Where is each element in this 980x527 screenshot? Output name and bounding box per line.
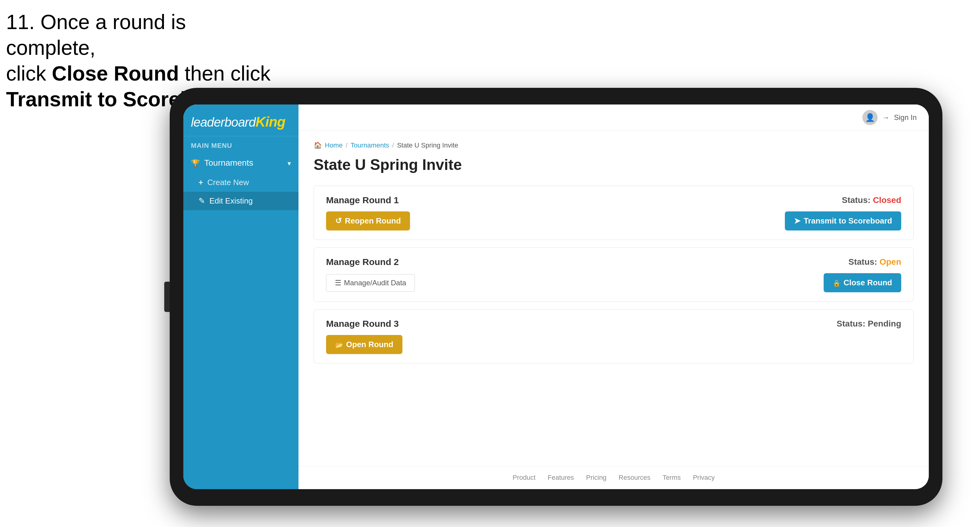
nav-item-tournaments[interactable]: Tournaments xyxy=(183,152,299,173)
round-1-card: Manage Round 1 Status: Closed Reopen Rou… xyxy=(313,186,914,240)
page-title: State U Spring Invite xyxy=(313,156,914,173)
user-avatar-icon: 👤 xyxy=(862,110,878,125)
logo-leaderboard: leaderboard xyxy=(191,115,255,129)
reopen-icon xyxy=(335,216,342,225)
round-2-status-value: Open xyxy=(880,257,901,267)
logo-king: King xyxy=(255,114,285,130)
open-round-button[interactable]: Open Round xyxy=(326,335,402,354)
edit-icon xyxy=(199,196,205,206)
round-1-actions: Reopen Round Transmit to Scoreboard xyxy=(326,211,901,230)
sidebar: leaderboardKing MAIN MENU Tournaments Cr… xyxy=(183,105,299,489)
tablet-device: leaderboardKing MAIN MENU Tournaments Cr… xyxy=(170,88,942,506)
round-2-status: Status: Open xyxy=(848,257,901,267)
sidebar-logo: leaderboardKing xyxy=(183,105,299,136)
breadcrumb-icon: 🏠 xyxy=(313,141,322,149)
top-bar: 👤 → Sign In xyxy=(299,105,929,131)
round-3-title: Manage Round 3 xyxy=(326,319,399,329)
nav-item-tournaments-left: Tournaments xyxy=(191,158,253,168)
content-area: 🏠 Home / Tournaments / State U Spring In… xyxy=(299,131,929,466)
instruction-close-round: Close Round xyxy=(52,62,179,85)
create-new-label: Create New xyxy=(207,178,249,187)
main-content: 👤 → Sign In 🏠 Home / Tournaments / xyxy=(299,105,929,489)
instruction-line1: 11. Once a round is complete, xyxy=(6,10,186,59)
open-round-label: Open Round xyxy=(346,340,393,349)
round-2-title: Manage Round 2 xyxy=(326,257,399,267)
instruction-line2-prefix: click xyxy=(6,62,52,85)
round-2-header: Manage Round 2 Status: Open xyxy=(326,257,901,267)
round-3-card: Manage Round 3 Status: Pending Open Roun… xyxy=(313,309,914,364)
transmit-to-scoreboard-label: Transmit to Scoreboard xyxy=(803,216,892,225)
footer-privacy[interactable]: Privacy xyxy=(693,474,714,482)
round-2-actions: Manage/Audit Data Close Round xyxy=(326,273,901,292)
round-3-status: Status: Pending xyxy=(837,319,901,329)
round-1-status: Status: Closed xyxy=(842,195,901,205)
footer: Product Features Pricing Resources Terms… xyxy=(299,466,929,489)
transmit-icon xyxy=(794,216,800,225)
edit-existing-label: Edit Existing xyxy=(209,196,253,206)
round-3-header: Manage Round 3 Status: Pending xyxy=(326,319,901,329)
manage-audit-data-button[interactable]: Manage/Audit Data xyxy=(326,274,415,292)
sign-in-label[interactable]: Sign In xyxy=(894,113,917,122)
nav-tournaments-label: Tournaments xyxy=(204,158,253,168)
user-icon: 👤 xyxy=(865,113,875,122)
round-3-status-label: Status: xyxy=(837,319,865,328)
tablet-screen: leaderboardKing MAIN MENU Tournaments Cr… xyxy=(183,105,929,489)
breadcrumb-tournaments[interactable]: Tournaments xyxy=(351,141,389,149)
reopen-round-label: Reopen Round xyxy=(345,216,401,225)
footer-terms[interactable]: Terms xyxy=(663,474,681,482)
breadcrumb-home[interactable]: Home xyxy=(325,141,343,149)
close-icon xyxy=(833,278,841,287)
sign-in-area[interactable]: 👤 → Sign In xyxy=(862,110,917,125)
round-1-title: Manage Round 1 xyxy=(326,195,399,205)
footer-resources[interactable]: Resources xyxy=(619,474,650,482)
chevron-down-icon xyxy=(288,158,291,168)
nav-sub-item-edit-existing[interactable]: Edit Existing xyxy=(183,192,299,210)
nav-sub-item-create-new[interactable]: Create New xyxy=(183,173,299,192)
app-layout: leaderboardKing MAIN MENU Tournaments Cr… xyxy=(183,105,929,489)
round-2-status-label: Status: xyxy=(848,257,877,267)
breadcrumb-current: State U Spring Invite xyxy=(397,141,458,149)
round-2-card: Manage Round 2 Status: Open Manage/Audit… xyxy=(313,248,914,302)
logo-text: leaderboardKing xyxy=(191,114,291,130)
main-menu-label: MAIN MENU xyxy=(183,136,299,152)
footer-features[interactable]: Features xyxy=(547,474,574,482)
plus-icon xyxy=(199,178,203,187)
audit-icon xyxy=(335,279,342,287)
round-3-actions: Open Round xyxy=(326,335,901,354)
close-round-label: Close Round xyxy=(844,278,892,287)
round-1-status-value: Closed xyxy=(873,195,901,205)
breadcrumb: 🏠 Home / Tournaments / State U Spring In… xyxy=(313,141,914,149)
footer-product[interactable]: Product xyxy=(512,474,535,482)
footer-pricing[interactable]: Pricing xyxy=(586,474,606,482)
open-icon xyxy=(335,340,343,349)
round-1-status-label: Status: xyxy=(842,195,870,205)
sign-in-icon: → xyxy=(882,113,889,122)
trophy-icon xyxy=(191,158,200,168)
breadcrumb-sep-2: / xyxy=(392,141,394,149)
reopen-round-button[interactable]: Reopen Round xyxy=(326,211,410,230)
manage-audit-label: Manage/Audit Data xyxy=(344,279,406,287)
tablet-side-button xyxy=(164,282,170,312)
round-3-status-value: Pending xyxy=(868,319,901,328)
breadcrumb-sep-1: / xyxy=(346,141,348,149)
instruction-line2-suffix: then click xyxy=(179,62,270,85)
close-round-button[interactable]: Close Round xyxy=(824,273,901,292)
transmit-to-scoreboard-button[interactable]: Transmit to Scoreboard xyxy=(785,211,901,230)
round-1-header: Manage Round 1 Status: Closed xyxy=(326,195,901,205)
